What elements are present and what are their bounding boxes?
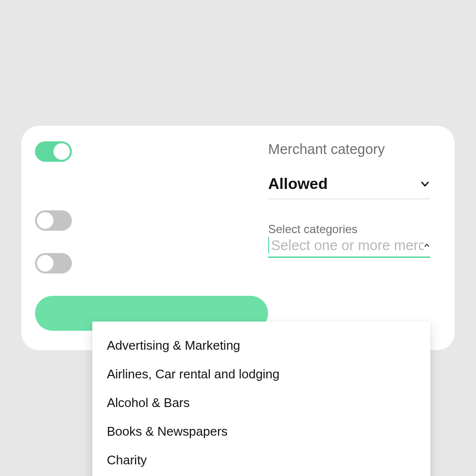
settings-card: Merchant category Allowed Select categor… <box>21 126 455 350</box>
text-caret-icon <box>268 237 269 254</box>
categories-placeholder: Select one or more merchant categories <box>271 238 424 254</box>
category-option[interactable]: Alcohol & Bars <box>92 389 430 417</box>
toggle-knob <box>37 255 53 272</box>
categories-dropdown[interactable]: Advertising & MarketingAirlines, Car ren… <box>92 322 430 476</box>
categories-field-label: Select categories <box>268 222 430 236</box>
toggle-knob <box>37 212 53 229</box>
chevron-up-icon <box>424 240 430 251</box>
section-title: Merchant category <box>268 141 430 157</box>
extra-toggles-group <box>35 210 268 331</box>
categories-input-area: Select one or more merchant categories <box>268 237 424 254</box>
secondary-toggle-1[interactable] <box>35 210 72 231</box>
merchant-category-content: Merchant category Allowed Select categor… <box>268 139 430 258</box>
categories-input-underline <box>268 256 430 258</box>
chevron-down-icon <box>420 179 430 189</box>
secondary-toggle-2[interactable] <box>35 253 72 273</box>
merchant-category-toggle[interactable] <box>35 141 72 162</box>
category-option[interactable]: Airlines, Car rental and lodging <box>92 360 430 389</box>
toggle-column <box>35 139 268 331</box>
category-option[interactable]: Advertising & Marketing <box>92 331 430 360</box>
mode-select[interactable]: Allowed <box>268 175 430 199</box>
toggle-knob <box>53 143 70 160</box>
category-option[interactable]: Charity <box>92 446 430 475</box>
mode-select-value: Allowed <box>268 175 328 193</box>
merchant-category-row: Merchant category Allowed Select categor… <box>35 139 430 331</box>
category-option[interactable]: Books & Newspapers <box>92 417 430 446</box>
categories-multiselect[interactable]: Select one or more merchant categories <box>268 237 430 256</box>
